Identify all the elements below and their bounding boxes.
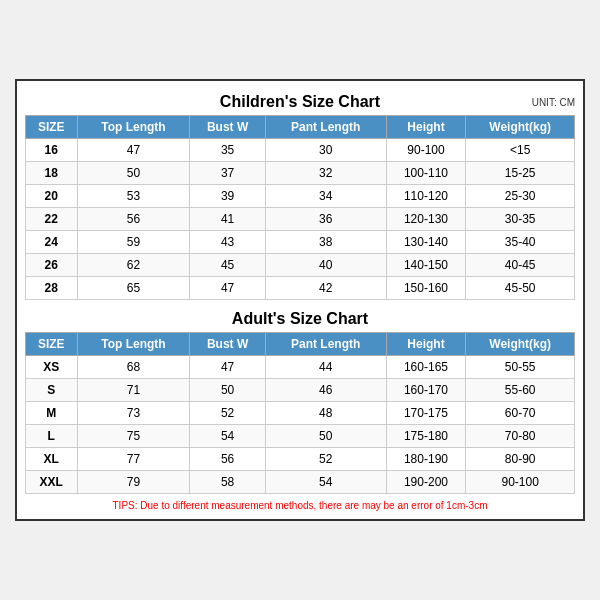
table-row: 24594338130-14035-40 bbox=[26, 231, 575, 254]
children-title-row: Children's Size Chart UNIT: CM bbox=[25, 89, 575, 115]
table-cell: 47 bbox=[190, 356, 265, 379]
table-cell: 140-150 bbox=[386, 254, 466, 277]
table-row: XS684744160-16550-55 bbox=[26, 356, 575, 379]
table-cell: 52 bbox=[265, 448, 386, 471]
table-cell: 110-120 bbox=[386, 185, 466, 208]
table-cell: 50 bbox=[77, 162, 190, 185]
table-cell: 37 bbox=[190, 162, 265, 185]
table-cell: 160-170 bbox=[386, 379, 466, 402]
table-cell: 190-200 bbox=[386, 471, 466, 494]
table-cell: 24 bbox=[26, 231, 78, 254]
table-cell: 50 bbox=[190, 379, 265, 402]
table-cell: 54 bbox=[190, 425, 265, 448]
table-cell: 170-175 bbox=[386, 402, 466, 425]
table-cell: 30 bbox=[265, 139, 386, 162]
table-cell: 79 bbox=[77, 471, 190, 494]
table-cell: 42 bbox=[265, 277, 386, 300]
children-col-size: SIZE bbox=[26, 116, 78, 139]
children-col-bustw: Bust W bbox=[190, 116, 265, 139]
table-cell: 53 bbox=[77, 185, 190, 208]
table-cell: 55-60 bbox=[466, 379, 575, 402]
table-cell: 22 bbox=[26, 208, 78, 231]
table-cell: 47 bbox=[190, 277, 265, 300]
table-cell: 71 bbox=[77, 379, 190, 402]
table-cell: 73 bbox=[77, 402, 190, 425]
table-cell: 44 bbox=[265, 356, 386, 379]
table-cell: 100-110 bbox=[386, 162, 466, 185]
table-cell: 75 bbox=[77, 425, 190, 448]
table-cell: 26 bbox=[26, 254, 78, 277]
table-row: 20533934110-12025-30 bbox=[26, 185, 575, 208]
table-cell: 32 bbox=[265, 162, 386, 185]
table-cell: 52 bbox=[190, 402, 265, 425]
adult-title-row: Adult's Size Chart bbox=[25, 306, 575, 332]
table-cell: XL bbox=[26, 448, 78, 471]
table-cell: 30-35 bbox=[466, 208, 575, 231]
adult-col-toplength: Top Length bbox=[77, 333, 190, 356]
table-cell: 39 bbox=[190, 185, 265, 208]
table-cell: 28 bbox=[26, 277, 78, 300]
table-cell: 50-55 bbox=[466, 356, 575, 379]
table-cell: 150-160 bbox=[386, 277, 466, 300]
table-cell: <15 bbox=[466, 139, 575, 162]
table-row: 26624540140-15040-45 bbox=[26, 254, 575, 277]
table-cell: XS bbox=[26, 356, 78, 379]
table-cell: 15-25 bbox=[466, 162, 575, 185]
table-row: 18503732100-11015-25 bbox=[26, 162, 575, 185]
adult-chart-title: Adult's Size Chart bbox=[232, 310, 368, 328]
table-cell: 70-80 bbox=[466, 425, 575, 448]
adult-col-size: SIZE bbox=[26, 333, 78, 356]
table-cell: 18 bbox=[26, 162, 78, 185]
table-cell: 20 bbox=[26, 185, 78, 208]
table-cell: 45-50 bbox=[466, 277, 575, 300]
table-row: S715046160-17055-60 bbox=[26, 379, 575, 402]
table-row: XL775652180-19080-90 bbox=[26, 448, 575, 471]
adult-table: SIZE Top Length Bust W Pant Length Heigh… bbox=[25, 332, 575, 494]
table-cell: 56 bbox=[77, 208, 190, 231]
table-cell: 47 bbox=[77, 139, 190, 162]
table-cell: 60-70 bbox=[466, 402, 575, 425]
adult-col-bustw: Bust W bbox=[190, 333, 265, 356]
table-row: L755450175-18070-80 bbox=[26, 425, 575, 448]
tips-text: TIPS: Due to different measurement metho… bbox=[25, 500, 575, 511]
table-cell: 62 bbox=[77, 254, 190, 277]
table-cell: 90-100 bbox=[466, 471, 575, 494]
table-cell: 160-165 bbox=[386, 356, 466, 379]
table-cell: S bbox=[26, 379, 78, 402]
children-col-toplength: Top Length bbox=[77, 116, 190, 139]
children-col-weight: Weight(kg) bbox=[466, 116, 575, 139]
adult-header-row: SIZE Top Length Bust W Pant Length Heigh… bbox=[26, 333, 575, 356]
table-cell: 45 bbox=[190, 254, 265, 277]
table-cell: 59 bbox=[77, 231, 190, 254]
table-cell: L bbox=[26, 425, 78, 448]
children-header-row: SIZE Top Length Bust W Pant Length Heigh… bbox=[26, 116, 575, 139]
table-cell: 180-190 bbox=[386, 448, 466, 471]
table-cell: XXL bbox=[26, 471, 78, 494]
children-col-pantlength: Pant Length bbox=[265, 116, 386, 139]
table-cell: 35 bbox=[190, 139, 265, 162]
table-cell: 77 bbox=[77, 448, 190, 471]
table-cell: 34 bbox=[265, 185, 386, 208]
table-cell: 38 bbox=[265, 231, 386, 254]
table-cell: 80-90 bbox=[466, 448, 575, 471]
children-table: SIZE Top Length Bust W Pant Length Heigh… bbox=[25, 115, 575, 300]
unit-label: UNIT: CM bbox=[532, 97, 575, 108]
table-cell: 120-130 bbox=[386, 208, 466, 231]
adult-col-weight: Weight(kg) bbox=[466, 333, 575, 356]
table-cell: 40 bbox=[265, 254, 386, 277]
table-cell: 41 bbox=[190, 208, 265, 231]
table-cell: M bbox=[26, 402, 78, 425]
table-cell: 58 bbox=[190, 471, 265, 494]
chart-container: Children's Size Chart UNIT: CM SIZE Top … bbox=[15, 79, 585, 521]
table-cell: 175-180 bbox=[386, 425, 466, 448]
adult-col-pantlength: Pant Length bbox=[265, 333, 386, 356]
table-cell: 68 bbox=[77, 356, 190, 379]
table-cell: 46 bbox=[265, 379, 386, 402]
table-cell: 56 bbox=[190, 448, 265, 471]
table-row: 28654742150-16045-50 bbox=[26, 277, 575, 300]
table-cell: 43 bbox=[190, 231, 265, 254]
children-chart-title: Children's Size Chart bbox=[220, 93, 380, 111]
table-cell: 130-140 bbox=[386, 231, 466, 254]
table-row: 1647353090-100<15 bbox=[26, 139, 575, 162]
children-col-height: Height bbox=[386, 116, 466, 139]
